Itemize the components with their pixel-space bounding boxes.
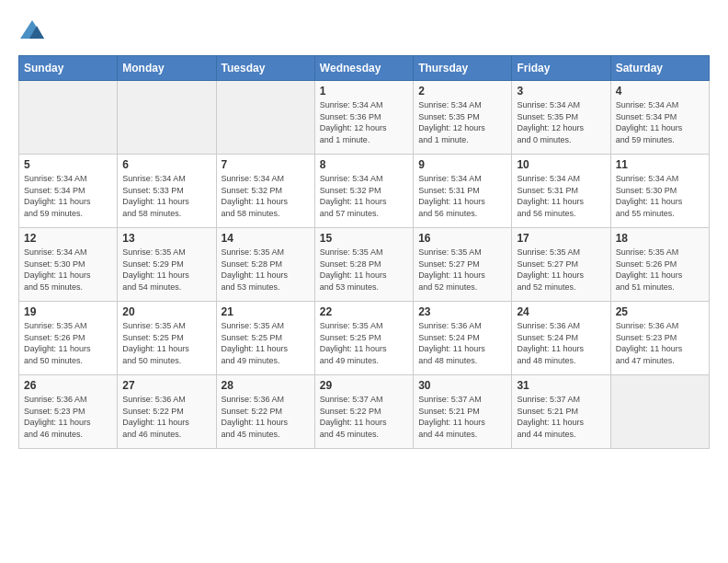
header-wednesday: Wednesday — [314, 56, 413, 81]
day-info: Sunrise: 5:34 AM Sunset: 5:35 PM Dayligh… — [517, 99, 605, 145]
day-number: 2 — [418, 85, 506, 98]
day-number: 10 — [517, 158, 605, 171]
calendar-cell: 14Sunrise: 5:35 AM Sunset: 5:28 PM Dayli… — [216, 228, 314, 302]
logo — [18, 18, 50, 46]
day-info: Sunrise: 5:34 AM Sunset: 5:33 PM Dayligh… — [122, 173, 210, 219]
calendar-table: SundayMondayTuesdayWednesdayThursdayFrid… — [18, 55, 710, 449]
week-row-3: 12Sunrise: 5:34 AM Sunset: 5:30 PM Dayli… — [19, 228, 710, 302]
day-number: 30 — [418, 379, 506, 392]
calendar-cell: 25Sunrise: 5:36 AM Sunset: 5:23 PM Dayli… — [610, 302, 709, 375]
day-info: Sunrise: 5:35 AM Sunset: 5:25 PM Dayligh… — [222, 320, 310, 366]
day-number: 9 — [418, 158, 506, 171]
day-number: 5 — [24, 158, 112, 171]
day-number: 12 — [24, 232, 112, 245]
calendar-cell: 30Sunrise: 5:37 AM Sunset: 5:21 PM Dayli… — [414, 375, 512, 449]
day-number: 3 — [517, 85, 605, 98]
calendar-cell: 11Sunrise: 5:34 AM Sunset: 5:30 PM Dayli… — [610, 155, 709, 228]
calendar-cell: 29Sunrise: 5:37 AM Sunset: 5:22 PM Dayli… — [314, 375, 413, 449]
day-number: 1 — [320, 85, 408, 98]
logo-icon — [18, 18, 46, 46]
day-number: 24 — [517, 305, 605, 318]
calendar-cell: 26Sunrise: 5:36 AM Sunset: 5:23 PM Dayli… — [19, 375, 118, 449]
calendar-cell — [118, 81, 216, 155]
day-info: Sunrise: 5:37 AM Sunset: 5:21 PM Dayligh… — [418, 394, 506, 440]
calendar-cell: 27Sunrise: 5:36 AM Sunset: 5:22 PM Dayli… — [118, 375, 216, 449]
day-info: Sunrise: 5:35 AM Sunset: 5:27 PM Dayligh… — [517, 247, 605, 293]
day-info: Sunrise: 5:36 AM Sunset: 5:24 PM Dayligh… — [418, 320, 506, 366]
calendar-cell: 4Sunrise: 5:34 AM Sunset: 5:34 PM Daylig… — [610, 81, 709, 155]
day-info: Sunrise: 5:36 AM Sunset: 5:23 PM Dayligh… — [24, 394, 112, 440]
day-number: 22 — [320, 305, 408, 318]
day-info: Sunrise: 5:34 AM Sunset: 5:32 PM Dayligh… — [320, 173, 408, 219]
calendar-cell: 21Sunrise: 5:35 AM Sunset: 5:25 PM Dayli… — [216, 302, 314, 375]
day-number: 14 — [222, 232, 310, 245]
calendar-cell — [19, 81, 118, 155]
calendar-cell: 16Sunrise: 5:35 AM Sunset: 5:27 PM Dayli… — [414, 228, 512, 302]
day-number: 27 — [122, 379, 210, 392]
day-number: 19 — [24, 305, 112, 318]
calendar-cell: 6Sunrise: 5:34 AM Sunset: 5:33 PM Daylig… — [118, 155, 216, 228]
day-number: 20 — [122, 305, 210, 318]
day-number: 13 — [122, 232, 210, 245]
day-info: Sunrise: 5:35 AM Sunset: 5:29 PM Dayligh… — [122, 247, 210, 293]
day-number: 28 — [222, 379, 310, 392]
day-number: 11 — [616, 158, 704, 171]
calendar-cell: 23Sunrise: 5:36 AM Sunset: 5:24 PM Dayli… — [414, 302, 512, 375]
day-info: Sunrise: 5:35 AM Sunset: 5:26 PM Dayligh… — [24, 320, 112, 366]
day-info: Sunrise: 5:36 AM Sunset: 5:24 PM Dayligh… — [517, 320, 605, 366]
header-sunday: Sunday — [19, 56, 118, 81]
day-info: Sunrise: 5:34 AM Sunset: 5:34 PM Dayligh… — [24, 173, 112, 219]
day-number: 29 — [320, 379, 408, 392]
calendar-cell: 15Sunrise: 5:35 AM Sunset: 5:28 PM Dayli… — [314, 228, 413, 302]
calendar-cell: 24Sunrise: 5:36 AM Sunset: 5:24 PM Dayli… — [512, 302, 610, 375]
day-number: 26 — [24, 379, 112, 392]
day-number: 23 — [418, 305, 506, 318]
day-info: Sunrise: 5:34 AM Sunset: 5:31 PM Dayligh… — [517, 173, 605, 219]
day-number: 16 — [418, 232, 506, 245]
day-number: 18 — [616, 232, 704, 245]
header-friday: Friday — [512, 56, 610, 81]
calendar-cell: 7Sunrise: 5:34 AM Sunset: 5:32 PM Daylig… — [216, 155, 314, 228]
day-info: Sunrise: 5:34 AM Sunset: 5:30 PM Dayligh… — [616, 173, 704, 219]
day-info: Sunrise: 5:35 AM Sunset: 5:27 PM Dayligh… — [418, 247, 506, 293]
day-number: 15 — [320, 232, 408, 245]
page-header — [18, 18, 710, 46]
week-row-4: 19Sunrise: 5:35 AM Sunset: 5:26 PM Dayli… — [19, 302, 710, 375]
day-info: Sunrise: 5:35 AM Sunset: 5:25 PM Dayligh… — [320, 320, 408, 366]
day-info: Sunrise: 5:35 AM Sunset: 5:28 PM Dayligh… — [222, 247, 310, 293]
day-info: Sunrise: 5:35 AM Sunset: 5:26 PM Dayligh… — [616, 247, 704, 293]
day-info: Sunrise: 5:36 AM Sunset: 5:22 PM Dayligh… — [122, 394, 210, 440]
day-info: Sunrise: 5:37 AM Sunset: 5:21 PM Dayligh… — [517, 394, 605, 440]
day-number: 8 — [320, 158, 408, 171]
calendar-cell: 31Sunrise: 5:37 AM Sunset: 5:21 PM Dayli… — [512, 375, 610, 449]
header-thursday: Thursday — [414, 56, 512, 81]
day-number: 4 — [616, 85, 704, 98]
calendar-cell: 13Sunrise: 5:35 AM Sunset: 5:29 PM Dayli… — [118, 228, 216, 302]
day-number: 17 — [517, 232, 605, 245]
day-info: Sunrise: 5:35 AM Sunset: 5:28 PM Dayligh… — [320, 247, 408, 293]
day-number: 7 — [222, 158, 310, 171]
day-info: Sunrise: 5:37 AM Sunset: 5:22 PM Dayligh… — [320, 394, 408, 440]
calendar-cell: 18Sunrise: 5:35 AM Sunset: 5:26 PM Dayli… — [610, 228, 709, 302]
calendar-cell: 17Sunrise: 5:35 AM Sunset: 5:27 PM Dayli… — [512, 228, 610, 302]
calendar-cell: 2Sunrise: 5:34 AM Sunset: 5:35 PM Daylig… — [414, 81, 512, 155]
calendar-cell: 1Sunrise: 5:34 AM Sunset: 5:36 PM Daylig… — [314, 81, 413, 155]
day-number: 6 — [122, 158, 210, 171]
header-monday: Monday — [118, 56, 216, 81]
week-row-1: 1Sunrise: 5:34 AM Sunset: 5:36 PM Daylig… — [19, 81, 710, 155]
day-info: Sunrise: 5:35 AM Sunset: 5:25 PM Dayligh… — [122, 320, 210, 366]
week-row-2: 5Sunrise: 5:34 AM Sunset: 5:34 PM Daylig… — [19, 155, 710, 228]
calendar-cell: 22Sunrise: 5:35 AM Sunset: 5:25 PM Dayli… — [314, 302, 413, 375]
calendar-cell: 19Sunrise: 5:35 AM Sunset: 5:26 PM Dayli… — [19, 302, 118, 375]
calendar-cell: 10Sunrise: 5:34 AM Sunset: 5:31 PM Dayli… — [512, 155, 610, 228]
day-info: Sunrise: 5:34 AM Sunset: 5:36 PM Dayligh… — [320, 99, 408, 145]
calendar-cell: 28Sunrise: 5:36 AM Sunset: 5:22 PM Dayli… — [216, 375, 314, 449]
calendar-cell: 8Sunrise: 5:34 AM Sunset: 5:32 PM Daylig… — [314, 155, 413, 228]
calendar-cell — [216, 81, 314, 155]
day-number: 25 — [616, 305, 704, 318]
calendar-cell: 20Sunrise: 5:35 AM Sunset: 5:25 PM Dayli… — [118, 302, 216, 375]
header-saturday: Saturday — [610, 56, 709, 81]
day-info: Sunrise: 5:36 AM Sunset: 5:23 PM Dayligh… — [616, 320, 704, 366]
week-row-5: 26Sunrise: 5:36 AM Sunset: 5:23 PM Dayli… — [19, 375, 710, 449]
day-info: Sunrise: 5:34 AM Sunset: 5:30 PM Dayligh… — [24, 247, 112, 293]
